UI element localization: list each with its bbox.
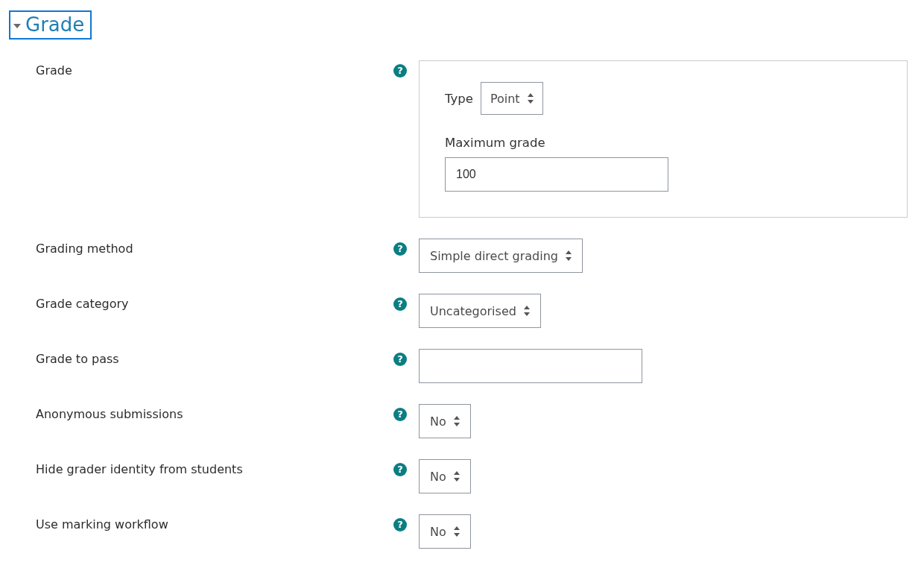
row-marking-workflow: Use marking workflow ? No [9,493,915,549]
caret-down-icon [13,24,21,28]
help-icon[interactable]: ? [393,463,407,476]
anonymous-select[interactable]: No [419,404,471,438]
help-icon[interactable]: ? [393,64,407,78]
control-cell-grade-to-pass [419,349,915,383]
control-cell-hide-grader: No [419,459,915,493]
label-grade-to-pass: Grade to pass [36,352,387,366]
control-cell-anonymous: No [419,404,915,438]
label-grade: Grade [36,63,387,78]
sort-icon [566,250,572,261]
label-grade-type: Type [445,92,473,106]
control-cell-marking-workflow: No [419,514,915,549]
grading-method-select[interactable]: Simple direct grading [419,239,583,273]
grade-type-value: Point [490,92,520,106]
label-cell-grade: Grade ? [9,60,410,78]
anonymous-value: No [430,414,446,429]
hide-grader-value: No [430,470,446,484]
max-grade-input[interactable] [445,157,668,192]
row-grade: Grade ? Type Point Maximum grade [9,42,915,218]
grade-to-pass-input[interactable] [419,349,642,383]
grade-panel: Type Point Maximum grade [419,60,908,218]
row-grading-method: Grading method ? Simple direct grading [9,218,915,273]
label-cell-grading-method: Grading method ? [9,239,410,256]
help-icon[interactable]: ? [393,518,407,531]
label-max-grade: Maximum grade [445,136,882,150]
label-cell-marking-workflow: Use marking workflow ? [9,514,410,531]
grading-method-value: Simple direct grading [430,249,558,263]
label-marking-workflow: Use marking workflow [36,517,387,531]
grade-type-select[interactable]: Point [481,82,543,115]
marking-workflow-value: No [430,525,446,539]
grade-category-select[interactable]: Uncategorised [419,294,541,328]
row-anonymous: Anonymous submissions ? No [9,383,915,438]
sort-icon [454,416,460,426]
row-hide-grader: Hide grader identity from students ? No [9,438,915,493]
help-icon[interactable]: ? [393,408,407,421]
help-icon[interactable]: ? [393,297,407,311]
label-hide-grader: Hide grader identity from students [36,462,387,476]
grade-category-value: Uncategorised [430,304,516,318]
control-cell-grading-method: Simple direct grading [419,239,915,273]
label-cell-grade-category: Grade category ? [9,294,410,311]
sort-icon [454,526,460,537]
marking-workflow-select[interactable]: No [419,514,471,549]
control-cell-grade: Type Point Maximum grade [419,60,915,218]
section-title: Grade [25,13,84,37]
label-grading-method: Grading method [36,242,387,256]
label-anonymous: Anonymous submissions [36,407,387,421]
row-grade-category: Grade category ? Uncategorised [9,273,915,328]
sort-icon [528,93,534,104]
sort-icon [454,471,460,482]
help-icon[interactable]: ? [393,353,407,366]
row-grade-to-pass: Grade to pass ? [9,328,915,383]
label-cell-hide-grader: Hide grader identity from students ? [9,459,410,476]
help-icon[interactable]: ? [393,242,407,256]
control-cell-grade-category: Uncategorised [419,294,915,328]
grade-section-toggle[interactable]: Grade [9,10,92,40]
label-cell-grade-to-pass: Grade to pass ? [9,349,410,366]
sort-icon [524,306,530,316]
label-cell-anonymous: Anonymous submissions ? [9,404,410,421]
label-grade-category: Grade category [36,297,387,311]
hide-grader-select[interactable]: No [419,459,471,493]
